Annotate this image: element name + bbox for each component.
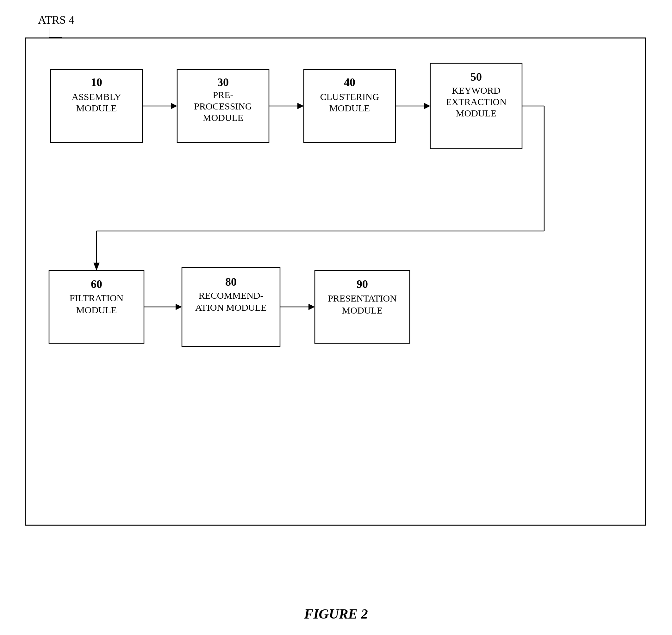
svg-text:90: 90 bbox=[356, 278, 368, 290]
diagram-svg: 10 ASSEMBLY MODULE 30 PRE- PROCESSING MO… bbox=[0, 0, 672, 635]
svg-text:MODULE: MODULE bbox=[342, 305, 383, 315]
svg-text:RECOMMEND-: RECOMMEND- bbox=[198, 290, 263, 301]
svg-text:PRE-: PRE- bbox=[213, 90, 233, 100]
svg-text:MODULE: MODULE bbox=[76, 103, 117, 113]
svg-text:MODULE: MODULE bbox=[76, 305, 117, 315]
svg-marker-15 bbox=[297, 103, 304, 109]
svg-marker-37 bbox=[176, 304, 182, 310]
atrs-label: ATRS 4 bbox=[38, 13, 74, 27]
svg-rect-16 bbox=[304, 70, 395, 143]
svg-text:50: 50 bbox=[471, 70, 482, 83]
svg-marker-8 bbox=[171, 103, 177, 109]
svg-text:FIGURE 2: FIGURE 2 bbox=[304, 606, 368, 622]
svg-text:KEYWORD: KEYWORD bbox=[452, 85, 500, 95]
svg-text:40: 40 bbox=[344, 76, 355, 89]
svg-text:MODULE: MODULE bbox=[203, 112, 243, 123]
svg-text:MODULE: MODULE bbox=[456, 108, 496, 118]
svg-text:80: 80 bbox=[225, 276, 237, 288]
svg-marker-31 bbox=[93, 263, 100, 270]
svg-text:PROCESSING: PROCESSING bbox=[194, 101, 252, 111]
svg-text:ATION MODULE: ATION MODULE bbox=[195, 302, 267, 313]
svg-rect-38 bbox=[182, 267, 280, 347]
svg-text:CLUSTERING: CLUSTERING bbox=[320, 91, 380, 102]
svg-rect-2 bbox=[25, 38, 645, 525]
svg-text:ASSEMBLY: ASSEMBLY bbox=[71, 91, 121, 102]
svg-rect-9 bbox=[177, 70, 269, 143]
svg-marker-21 bbox=[424, 103, 430, 109]
svg-text:30: 30 bbox=[217, 76, 229, 89]
svg-marker-43 bbox=[308, 304, 315, 310]
svg-text:MODULE: MODULE bbox=[329, 103, 370, 113]
svg-text:FILTRATION: FILTRATION bbox=[70, 293, 124, 303]
svg-text:10: 10 bbox=[91, 76, 102, 89]
svg-rect-44 bbox=[315, 270, 410, 343]
svg-text:PRESENTATION: PRESENTATION bbox=[328, 293, 397, 303]
svg-rect-3 bbox=[51, 70, 143, 143]
svg-rect-22 bbox=[430, 63, 522, 149]
svg-rect-32 bbox=[49, 270, 144, 343]
svg-text:60: 60 bbox=[91, 278, 102, 290]
page: ATRS 4 10 ASSEMBLY MODULE 30 PRE- PROCES… bbox=[0, 0, 672, 635]
svg-text:EXTRACTION: EXTRACTION bbox=[446, 96, 506, 107]
